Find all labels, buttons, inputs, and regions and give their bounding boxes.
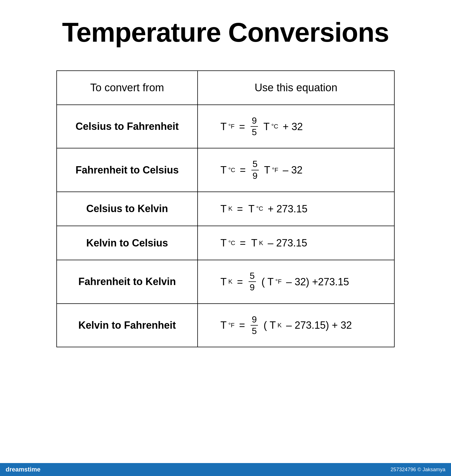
conversion-table: To convert from Use this equation Celsiu… [56,70,395,347]
table-row: Celsius to Kelvin TK = T°C + 273.15 [57,192,394,226]
table-row: Fahrenheit to Kelvin TK = 5 9 ( T°F – 32… [57,260,394,303]
equation-k-to-f: T°F = 9 5 ( TK – 273.15) + 32 [198,304,394,347]
table-row: Fahrenheit to Celsius T°C = 5 9 T°F – 32 [57,148,394,192]
equation-c-to-k: TK = T°C + 273.15 [198,192,394,226]
header-col2: Use this equation [198,71,394,105]
from-fahrenheit-to-kelvin: Fahrenheit to Kelvin [57,260,198,303]
from-kelvin-to-fahrenheit: Kelvin to Fahrenheit [57,304,198,347]
from-celsius-to-kelvin: Celsius to Kelvin [57,192,198,226]
from-celsius-to-fahrenheit: Celsius to Fahrenheit [57,105,198,148]
header-col1: To convert from [57,71,198,105]
page-title: Temperature Conversions [62,17,389,48]
table-row: Celsius to Fahrenheit T°F = 9 5 T°C + 32 [57,105,394,148]
dreamstime-id: 257324796 © Jaksamya [391,467,445,473]
dreamstime-logo: dreamstime [6,466,41,473]
page-container: Temperature Conversions To convert from … [28,17,423,347]
equation-f-to-k: TK = 5 9 ( T°F – 32) +273.15 [198,260,394,303]
table-row: Kelvin to Fahrenheit T°F = 9 5 ( TK – 27… [57,304,394,347]
from-fahrenheit-to-celsius: Fahrenheit to Celsius [57,148,198,192]
equation-c-to-f: T°F = 9 5 T°C + 32 [198,105,394,148]
from-kelvin-to-celsius: Kelvin to Celsius [57,226,198,260]
dreamstime-bar: dreamstime 257324796 © Jaksamya [0,463,451,476]
table-row: Kelvin to Celsius T°C = TK – 273.15 [57,226,394,260]
equation-f-to-c: T°C = 5 9 T°F – 32 [198,148,394,192]
table-header-row: To convert from Use this equation [57,71,394,105]
equation-k-to-c: T°C = TK – 273.15 [198,226,394,260]
